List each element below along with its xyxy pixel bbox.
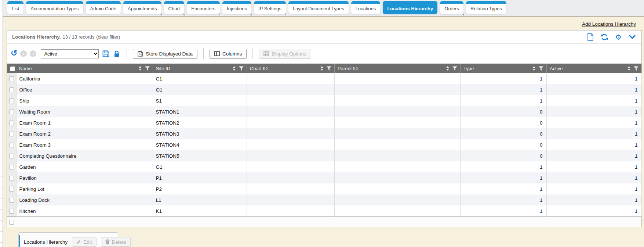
cell-type[interactable]: 1 (460, 183, 546, 194)
cell-parent-id[interactable] (334, 150, 460, 161)
edit-button[interactable]: Edit (72, 237, 96, 247)
cell-parent-id[interactable] (334, 106, 460, 117)
module-tab[interactable]: Layout Document Types (288, 1, 349, 14)
module-tab[interactable]: Admin Code (86, 1, 121, 14)
cell-active[interactable]: 1 (546, 128, 641, 139)
table-row[interactable]: Loading Dock L1 1 1 (7, 194, 641, 205)
clear-filter-link[interactable]: (clear filter) (96, 34, 120, 40)
columns-button[interactable]: Columns (210, 49, 247, 59)
column-header[interactable]: Parent ID (334, 64, 460, 73)
filter-icon[interactable] (452, 66, 457, 71)
cell-chart-id[interactable] (247, 205, 334, 216)
cell-site-id[interactable]: S1 (153, 95, 247, 106)
cell-type[interactable]: 0 (460, 106, 546, 117)
module-tab[interactable]: Locations (351, 1, 381, 14)
sort-icon[interactable] (233, 66, 236, 71)
cell-chart-id[interactable] (247, 73, 334, 84)
cell-name[interactable]: Parking Lot (16, 183, 153, 194)
sort-icon[interactable] (139, 66, 142, 71)
cell-site-id[interactable]: C1 (153, 73, 247, 84)
cell-active[interactable]: 1 (546, 73, 641, 84)
cell-site-id[interactable]: P1 (153, 172, 247, 183)
lock-icon[interactable] (113, 50, 121, 58)
cell-active[interactable]: 1 (546, 150, 641, 161)
module-tab[interactable]: IP Settings (254, 1, 286, 14)
cell-active[interactable]: 1 (546, 161, 641, 172)
cell-parent-id[interactable] (334, 205, 460, 216)
module-tab[interactable]: List (7, 1, 23, 14)
cell-chart-id[interactable] (247, 183, 334, 194)
cell-chart-id[interactable] (247, 106, 334, 117)
cell-site-id[interactable]: P2 (153, 183, 247, 194)
cell-active[interactable]: 1 (546, 194, 641, 205)
sort-icon[interactable] (446, 66, 449, 71)
column-header[interactable]: Active (546, 64, 641, 73)
row-checkbox[interactable] (9, 154, 14, 158)
module-tab[interactable]: Orders (440, 1, 463, 14)
row-checkbox[interactable] (9, 198, 14, 203)
cell-name[interactable]: Office (16, 84, 153, 95)
cell-name[interactable]: Exam Room 2 (16, 128, 153, 139)
cell-type[interactable]: 1 (460, 205, 546, 216)
module-tab[interactable]: Encounters (187, 1, 220, 14)
table-row[interactable]: Pavilion P1 1 1 (7, 172, 641, 183)
cell-type[interactable]: 1 (460, 84, 546, 95)
module-tab[interactable]: Chart (164, 1, 185, 14)
cell-chart-id[interactable] (247, 161, 334, 172)
cell-name[interactable]: Ship (16, 95, 153, 106)
footer-checkbox[interactable] (9, 220, 14, 225)
table-row[interactable]: Garden G1 1 1 (7, 161, 641, 172)
cell-chart-id[interactable] (247, 117, 334, 128)
left-splitter-strip[interactable] (0, 0, 3, 247)
cell-chart-id[interactable] (247, 194, 334, 205)
cell-chart-id[interactable] (247, 139, 334, 150)
filter-icon[interactable] (145, 66, 150, 71)
cell-parent-id[interactable] (334, 172, 460, 183)
cell-type[interactable]: 0 (460, 128, 546, 139)
filter-icon[interactable] (539, 66, 543, 71)
cell-type[interactable]: 0 (460, 150, 546, 161)
cell-type[interactable]: 1 (460, 95, 546, 106)
column-header[interactable]: Name (16, 64, 153, 73)
cell-active[interactable]: 1 (546, 95, 641, 106)
cell-name[interactable]: Loading Dock (16, 194, 153, 205)
cell-site-id[interactable]: STATION5 (153, 150, 247, 161)
filter-icon[interactable] (327, 66, 331, 71)
cell-name[interactable]: Waiting Room (16, 106, 153, 117)
cell-name[interactable]: Pavilion (16, 172, 153, 183)
cell-type[interactable]: 0 (460, 117, 546, 128)
select-all-checkbox[interactable] (10, 67, 15, 71)
cell-name[interactable]: Exam Room 3 (16, 139, 153, 150)
table-row[interactable]: Exam Room 1 STATION2 0 1 (7, 117, 641, 128)
table-row[interactable]: Completing Questionnaire STATION5 0 1 (7, 150, 641, 161)
prev-page-button[interactable]: ‹ (20, 50, 27, 57)
cell-active[interactable]: 1 (546, 106, 641, 117)
cell-parent-id[interactable] (334, 194, 460, 205)
refresh-icon[interactable] (600, 33, 608, 41)
table-row[interactable]: Exam Room 2 STATION3 0 1 (7, 128, 641, 139)
cell-type[interactable]: 1 (460, 194, 546, 205)
table-row[interactable]: Parking Lot P2 1 1 (7, 183, 641, 194)
cell-site-id[interactable]: G1 (153, 161, 247, 172)
display-options-button[interactable]: Display Options (259, 49, 311, 59)
row-checkbox[interactable] (9, 121, 14, 125)
cell-chart-id[interactable] (247, 84, 334, 95)
cell-parent-id[interactable] (334, 183, 460, 194)
cell-name[interactable]: Exam Room 1 (16, 117, 153, 128)
cell-name[interactable]: Completing Questionnaire (16, 150, 153, 161)
row-checkbox[interactable] (9, 76, 14, 81)
add-locations-hierarchy-link[interactable]: Add Locations Hierarchy (582, 21, 636, 27)
cell-name[interactable]: Kitchen (16, 205, 153, 216)
table-row[interactable]: Kitchen K1 1 1 (7, 205, 641, 216)
row-checkbox[interactable] (9, 87, 14, 92)
cell-active[interactable]: 1 (546, 139, 641, 150)
row-checkbox[interactable] (9, 165, 14, 169)
row-checkbox[interactable] (9, 132, 14, 136)
cell-type[interactable]: 1 (460, 172, 546, 183)
save-filter-icon[interactable] (102, 50, 110, 58)
cell-site-id[interactable]: STATION2 (153, 117, 247, 128)
row-checkbox[interactable] (9, 99, 14, 103)
row-checkbox[interactable] (9, 209, 14, 214)
cell-active[interactable]: 1 (546, 183, 641, 194)
cell-parent-id[interactable] (334, 117, 460, 128)
